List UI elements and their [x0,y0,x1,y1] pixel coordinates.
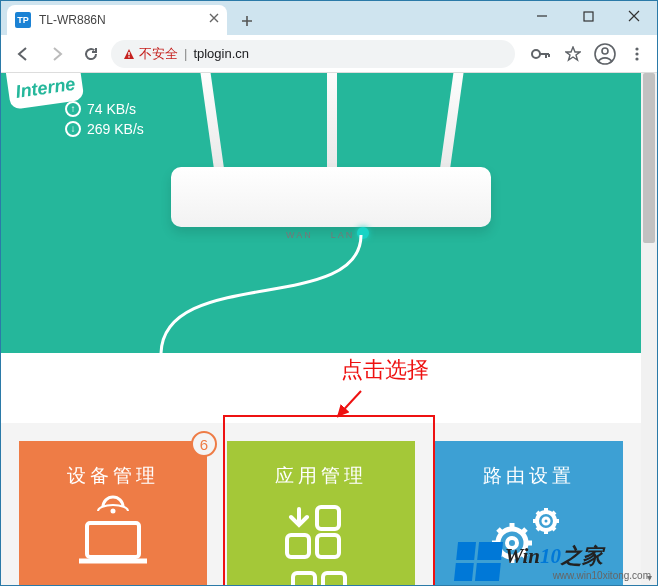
url-text: tplogin.cn [193,46,249,61]
svg-point-3 [532,50,540,58]
antenna-icon [327,73,337,175]
window-close-button[interactable] [611,1,657,31]
svg-rect-12 [317,535,339,557]
cable-icon [201,235,471,335]
url-box[interactable]: 不安全 | tplogin.cn [111,40,515,68]
antenna-icon [199,73,224,175]
upload-speed: 74 KB/s [87,101,136,117]
browser-window: TP TL-WR886N 不安全 | tplogin.cn [0,0,658,586]
insecure-label: 不安全 [139,45,178,63]
app-title: 应用管理 [275,463,367,489]
device-management-card[interactable]: 6 设备管理 [19,441,207,585]
tab-title: TL-WR886N [39,13,106,27]
svg-rect-10 [87,523,139,557]
maximize-button[interactable] [565,1,611,31]
browser-tab[interactable]: TP TL-WR886N [7,5,227,35]
new-tab-button[interactable] [233,7,261,35]
app-management-card[interactable]: 应用管理 [227,441,415,585]
star-icon[interactable] [561,42,585,66]
watermark: Win10之家 www.win10xitong.com [456,542,651,581]
svg-rect-0 [584,12,593,21]
minimize-button[interactable] [519,1,565,31]
page-content: Interne ↑74 KB/s ↓269 KB/s WAN LAN 点击选择 [1,73,657,585]
upload-icon: ↑ [65,101,81,117]
device-count-badge: 6 [191,431,217,457]
insecure-icon: 不安全 [123,45,178,63]
watermark-brand: Win10之家 [505,544,603,568]
titlebar: TP TL-WR886N [1,1,657,35]
router-body-icon [171,167,491,227]
svg-rect-13 [317,507,339,529]
window-controls [519,1,657,31]
vertical-scrollbar[interactable]: ▾ [641,73,657,585]
router-illustration: WAN LAN [131,73,551,283]
url-separator: | [184,46,187,61]
back-button[interactable] [9,40,37,68]
svg-point-6 [635,47,638,50]
svg-rect-17 [293,573,315,585]
favicon-icon: TP [15,12,31,28]
download-icon: ↓ [65,121,81,137]
annotation-text: 点击选择 [341,355,429,385]
device-title: 设备管理 [67,463,159,489]
svg-point-8 [635,57,638,60]
svg-rect-18 [323,573,345,585]
antenna-icon [439,73,464,175]
forward-button[interactable] [43,40,71,68]
route-title: 路由设置 [483,463,575,489]
scrollbar-thumb[interactable] [643,73,655,243]
svg-point-22 [543,518,549,524]
profile-icon[interactable] [593,42,617,66]
menu-icon[interactable] [625,42,649,66]
reload-button[interactable] [77,40,105,68]
apps-icon-row2 [291,571,351,585]
windows-logo-icon [454,542,503,581]
svg-rect-11 [287,535,309,557]
address-bar: 不安全 | tplogin.cn [1,35,657,73]
watermark-url: www.win10xitong.com [553,570,651,581]
svg-rect-1 [128,52,129,55]
svg-point-7 [635,52,638,55]
svg-point-9 [111,509,116,514]
key-icon[interactable] [529,42,553,66]
hero-panel: Interne ↑74 KB/s ↓269 KB/s WAN LAN [1,73,641,353]
svg-rect-2 [128,56,129,57]
laptop-icon [73,503,153,573]
tab-close-icon[interactable] [209,12,219,26]
svg-point-5 [602,48,608,54]
